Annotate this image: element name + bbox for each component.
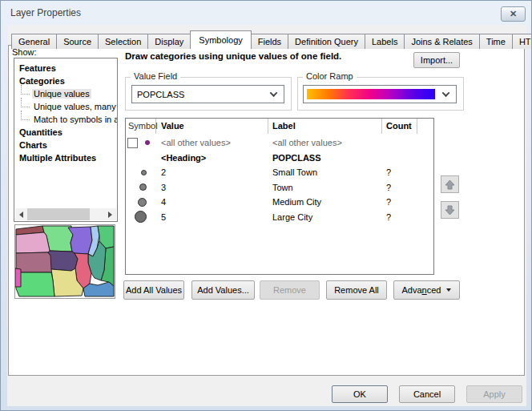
move-down-button[interactable] bbox=[441, 201, 459, 219]
apply-button: Apply bbox=[466, 385, 522, 403]
renderer-tree: Features Categories Unique values Unique… bbox=[14, 58, 118, 222]
tree-item-quantities[interactable]: Quantities bbox=[14, 126, 117, 139]
map-region bbox=[15, 268, 21, 287]
table-row[interactable]: 3 Town ? bbox=[126, 180, 433, 195]
scrollbar-thumb[interactable] bbox=[27, 208, 90, 220]
tab-symbology[interactable]: Symbology bbox=[190, 30, 251, 49]
tab-html-popup[interactable]: HTML Popup bbox=[512, 34, 532, 49]
dropdown-arrow-icon bbox=[446, 288, 451, 292]
window-title: Layer Properties bbox=[10, 7, 81, 18]
tree-item-features[interactable]: Features bbox=[14, 62, 117, 75]
graduated-circle-symbol[interactable] bbox=[141, 170, 147, 175]
close-button[interactable]: ✕ bbox=[501, 6, 526, 22]
header-count[interactable]: Count bbox=[382, 119, 417, 134]
table-header: Symbol Value Label Count bbox=[126, 119, 433, 134]
tree-item-categories[interactable]: Categories bbox=[14, 75, 117, 87]
all-other-values-checkbox[interactable] bbox=[127, 138, 138, 148]
tree-item-unique-values[interactable]: Unique values bbox=[14, 87, 117, 100]
tree-connector bbox=[21, 111, 30, 120]
scroll-left-button[interactable] bbox=[15, 208, 27, 220]
tree-connector bbox=[21, 98, 30, 107]
tab-bar: General Source Selection Display Symbolo… bbox=[11, 30, 532, 49]
value-field-legend: Value Field bbox=[131, 71, 180, 81]
table-row[interactable]: 5 Large City ? bbox=[126, 210, 433, 225]
table-row[interactable]: <all other values> <all other values> bbox=[126, 135, 433, 151]
symbology-preview-map bbox=[14, 224, 115, 299]
renderer-description: Draw categories using unique values of o… bbox=[125, 51, 341, 61]
map-region bbox=[68, 227, 92, 254]
close-icon: ✕ bbox=[510, 9, 517, 19]
tab-display[interactable]: Display bbox=[147, 34, 191, 49]
tree-horizontal-scrollbar[interactable] bbox=[15, 208, 116, 220]
chevron-right-icon bbox=[108, 212, 112, 218]
color-ramp-dropdown[interactable] bbox=[303, 85, 457, 103]
value-field-dropdown[interactable]: POPCLASS bbox=[131, 85, 284, 103]
layer-properties-dialog: Layer Properties ✕ General Source Select… bbox=[0, 0, 532, 411]
header-label[interactable]: Label bbox=[268, 119, 382, 134]
preview-map-svg bbox=[15, 225, 115, 298]
map-region bbox=[48, 251, 78, 271]
graduated-circle-symbol[interactable] bbox=[139, 183, 147, 191]
color-ramp-preview bbox=[307, 89, 435, 99]
tree-item-match-to-symbols[interactable]: Match to symbols in a bbox=[14, 113, 117, 126]
tree-connector bbox=[21, 85, 30, 95]
tab-selection[interactable]: Selection bbox=[98, 34, 148, 49]
advanced-button[interactable]: Advanced bbox=[393, 280, 460, 300]
table-row[interactable]: 4 Medium City ? bbox=[126, 195, 433, 210]
chevron-left-icon bbox=[19, 212, 23, 218]
tab-definition-query[interactable]: Definition Query bbox=[288, 34, 365, 49]
add-all-values-button[interactable]: Add All Values bbox=[123, 280, 184, 300]
graduated-circle-symbol[interactable] bbox=[135, 211, 147, 223]
point-symbol-icon[interactable] bbox=[145, 140, 150, 145]
values-table: Symbol Value Label Count <all other valu… bbox=[125, 118, 434, 275]
scroll-right-button[interactable] bbox=[104, 208, 116, 220]
ok-button[interactable]: OK bbox=[332, 385, 388, 403]
header-value[interactable]: Value bbox=[156, 119, 268, 134]
graduated-circle-symbol[interactable] bbox=[138, 198, 147, 207]
tree-item-multiple-attributes[interactable]: Multiple Attributes bbox=[14, 151, 117, 164]
tree-item-charts[interactable]: Charts bbox=[14, 139, 117, 151]
chevron-down-icon bbox=[442, 89, 450, 97]
arrow-up-icon bbox=[445, 179, 455, 190]
map-region bbox=[16, 232, 50, 253]
tab-fields[interactable]: Fields bbox=[251, 34, 288, 49]
tree-item-unique-values-many[interactable]: Unique values, many bbox=[14, 100, 117, 113]
tab-source[interactable]: Source bbox=[56, 34, 99, 49]
header-symbol: Symbol bbox=[126, 119, 156, 134]
import-button[interactable]: Import... bbox=[413, 52, 460, 68]
chevron-down-icon bbox=[270, 89, 278, 97]
arrow-down-icon bbox=[445, 205, 455, 216]
value-field-selected: POPCLASS bbox=[137, 90, 184, 99]
tab-time[interactable]: Time bbox=[479, 34, 513, 49]
cancel-button[interactable]: Cancel bbox=[399, 385, 455, 403]
remove-button: Remove bbox=[260, 280, 320, 300]
remove-all-button[interactable]: Remove All bbox=[326, 280, 387, 300]
table-row[interactable]: 2 Small Town ? bbox=[126, 165, 433, 180]
tab-labels[interactable]: Labels bbox=[365, 34, 405, 49]
tab-general[interactable]: General bbox=[11, 34, 57, 49]
tab-joins-relates[interactable]: Joins & Relates bbox=[404, 34, 479, 49]
color-ramp-legend: Color Ramp bbox=[303, 71, 357, 81]
map-region bbox=[16, 272, 54, 296]
move-up-button[interactable] bbox=[441, 175, 459, 193]
add-values-button[interactable]: Add Values... bbox=[191, 280, 255, 300]
table-row[interactable]: <Heading> POPCLASS bbox=[126, 151, 433, 166]
